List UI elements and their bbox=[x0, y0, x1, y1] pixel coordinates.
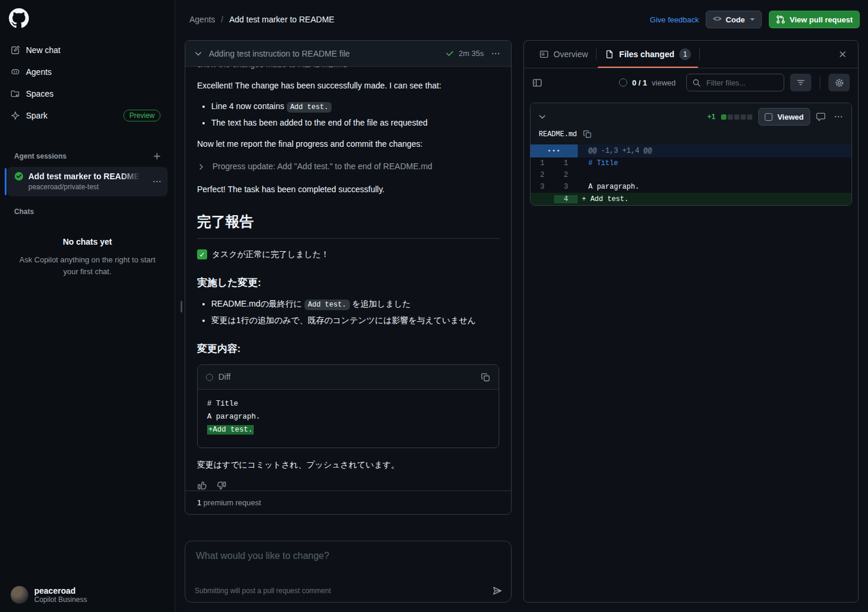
panel-close-button[interactable] bbox=[836, 47, 850, 61]
session-kebab-menu[interactable] bbox=[152, 177, 162, 186]
user-menu[interactable]: peaceroad Copilot Business bbox=[11, 586, 87, 604]
toolbar-divider bbox=[820, 76, 820, 89]
diff-line-content: A paragraph. bbox=[578, 183, 851, 191]
check-icon bbox=[446, 50, 454, 58]
file-diff-header: +1 Viewed bbox=[530, 103, 851, 144]
avatar bbox=[11, 586, 28, 604]
inline-code: Add test. bbox=[304, 300, 350, 310]
toggle-file-tree-button[interactable] bbox=[532, 78, 542, 88]
old-line-number: 2 bbox=[530, 171, 554, 179]
thumbs-up-icon bbox=[197, 481, 207, 491]
code-icon: <> bbox=[713, 15, 721, 24]
chevron-down-icon bbox=[194, 49, 203, 58]
diff-expand-button[interactable]: ••• bbox=[530, 144, 578, 157]
bullet-list: Line 4 now contains Add test. The text h… bbox=[197, 100, 499, 129]
code-line: # Title bbox=[207, 398, 489, 411]
file-icon bbox=[605, 50, 614, 59]
sidebar: New chat Agents Spaces bbox=[0, 0, 175, 612]
inline-code: Add test. bbox=[287, 102, 332, 113]
paragraph: 変更はすでにコミットされ、プッシュされています。 bbox=[197, 459, 499, 471]
git-pull-request-icon bbox=[776, 15, 785, 24]
no-chats-title: No chats yet bbox=[0, 237, 175, 246]
checkbox-icon bbox=[765, 113, 772, 121]
thumbs-up-button[interactable] bbox=[197, 481, 207, 491]
diffstat-block bbox=[747, 114, 752, 120]
view-pull-request-button[interactable]: View pull request bbox=[769, 11, 860, 28]
sidebar-item-agents[interactable]: Agents bbox=[0, 61, 175, 83]
session-card-header[interactable]: Adding test instruction to README file 2… bbox=[185, 41, 511, 67]
chevron-down-icon bbox=[538, 112, 547, 121]
user-plan: Copilot Business bbox=[34, 595, 87, 604]
new-line-number: 2 bbox=[554, 171, 578, 179]
status-line: ✓ タスクが正常に完了しました！ bbox=[197, 248, 499, 261]
give-feedback-link[interactable]: Give feedback bbox=[650, 15, 699, 24]
check-circle-icon bbox=[14, 172, 24, 181]
diffstat-blocks bbox=[721, 114, 752, 120]
diff-heading: 変更内容: bbox=[197, 341, 499, 357]
comment-icon bbox=[816, 112, 826, 121]
sidebar-item-new-chat[interactable]: New chat bbox=[0, 39, 175, 61]
diff-line: 3 3 A paragraph. bbox=[530, 181, 851, 193]
thumbs-down-icon bbox=[217, 481, 227, 491]
feedback-row bbox=[197, 481, 499, 491]
github-logo[interactable] bbox=[9, 8, 29, 28]
session-list-item[interactable]: Add test marker to README peaceroad/priv… bbox=[7, 167, 168, 196]
sidebar-item-spark[interactable]: Spark Preview bbox=[0, 104, 175, 126]
additions-count: +1 bbox=[707, 113, 716, 121]
file-kebab-menu[interactable] bbox=[831, 111, 846, 123]
thumbs-down-button[interactable] bbox=[217, 481, 227, 491]
diffstat-block bbox=[741, 114, 746, 120]
breadcrumb-agents[interactable]: Agents bbox=[189, 15, 215, 24]
file-comment-button[interactable] bbox=[816, 112, 826, 121]
new-chat-icon bbox=[11, 45, 20, 55]
sort-filter-button[interactable] bbox=[790, 74, 811, 91]
diff-line-content: # Title bbox=[578, 159, 851, 167]
app-root: New chat Agents Spaces bbox=[0, 0, 868, 612]
preview-badge: Preview bbox=[123, 110, 161, 121]
premium-request-label: premium request bbox=[201, 498, 261, 507]
new-line-number: 1 bbox=[554, 159, 578, 167]
new-session-button[interactable] bbox=[151, 150, 163, 162]
filter-files-field bbox=[686, 74, 784, 91]
changes-heading: 実施した変更: bbox=[197, 275, 499, 291]
diff-code-block: Diff # Title A paragraph. +Add test. bbox=[197, 364, 499, 448]
topbar: Agents / Add test marker to README Give … bbox=[175, 0, 868, 39]
diff-line-content: + Add test. bbox=[578, 195, 851, 203]
files-changed-count-badge: 1 bbox=[679, 48, 692, 60]
list-item: README.mdの最終行に Add test. を追加しました bbox=[211, 298, 499, 310]
tab-overview-label: Overview bbox=[553, 50, 588, 59]
code-dropdown-button[interactable]: <> Code bbox=[706, 11, 762, 28]
diff-settings-button[interactable] bbox=[828, 74, 850, 91]
chevron-right-icon bbox=[197, 163, 205, 171]
chevron-down-icon bbox=[750, 18, 755, 21]
agent-sessions-label: Agent sessions bbox=[14, 152, 67, 160]
progress-update-label: Progress update: Add "Add test." to the … bbox=[212, 160, 433, 173]
copy-icon bbox=[481, 373, 490, 382]
viewed-progress: 0 / 1 viewed bbox=[619, 78, 676, 87]
scrollbar-thumb[interactable] bbox=[181, 301, 182, 312]
diff-table: ••• @@ -1,3 +1,4 @@ 1 1 # Title 2 2 3 3 … bbox=[530, 144, 851, 205]
send-button[interactable] bbox=[492, 585, 503, 596]
collapse-file-button[interactable] bbox=[538, 112, 547, 121]
copy-path-button[interactable] bbox=[583, 130, 592, 139]
kebab-icon bbox=[834, 112, 843, 121]
report-heading: 完了報告 bbox=[197, 211, 499, 239]
progress-update-row[interactable]: Progress update: Add "Add test." to the … bbox=[197, 160, 499, 173]
filter-files-input[interactable] bbox=[705, 78, 770, 88]
session-column: Adding test instruction to README file 2… bbox=[185, 40, 512, 515]
sidebar-item-spaces[interactable]: Spaces bbox=[0, 83, 175, 104]
plus-icon bbox=[152, 152, 162, 161]
tab-files-changed[interactable]: Files changed 1 bbox=[598, 41, 698, 68]
session-card-kebab[interactable] bbox=[489, 48, 503, 60]
viewed-toggle-button[interactable]: Viewed bbox=[758, 108, 810, 126]
clipped-scrolled-text: show the changes made to README.md bbox=[197, 67, 499, 71]
premium-request-footer: 1 premium request bbox=[185, 491, 511, 514]
tab-overview[interactable]: Overview bbox=[532, 41, 595, 68]
copy-icon bbox=[583, 130, 592, 139]
no-chats-description: Ask Copilot anything on the right to sta… bbox=[14, 254, 161, 278]
tab-divider bbox=[596, 48, 597, 60]
copy-button[interactable] bbox=[481, 373, 490, 382]
code-line-added: +Add test. bbox=[207, 424, 489, 437]
comment-input[interactable] bbox=[195, 550, 502, 573]
sidebar-item-label: New chat bbox=[26, 45, 60, 55]
